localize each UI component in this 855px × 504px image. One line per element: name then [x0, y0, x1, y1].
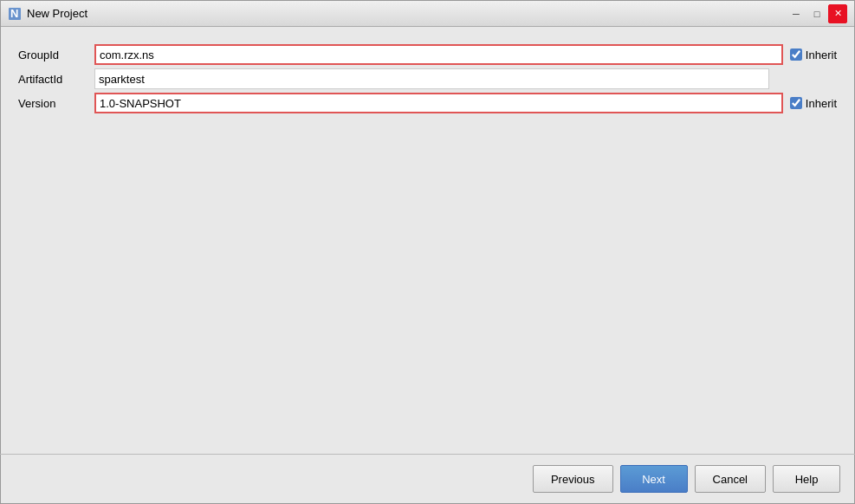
window-icon: N	[8, 7, 22, 21]
group-id-inherit: Inherit	[790, 48, 837, 61]
group-id-inherit-label: Inherit	[806, 48, 837, 61]
group-id-inherit-checkbox[interactable]	[790, 48, 802, 61]
help-button[interactable]: Help	[773, 465, 840, 493]
group-id-label: GroupId	[18, 48, 87, 61]
svg-text:N: N	[10, 7, 18, 20]
next-button[interactable]: Next	[620, 465, 688, 493]
artifact-id-input[interactable]	[94, 68, 769, 89]
version-label: Version	[18, 97, 87, 110]
version-input[interactable]	[94, 93, 783, 113]
group-id-input[interactable]	[94, 44, 783, 65]
footer: Previous Next Cancel Help	[1, 455, 854, 503]
artifact-id-row: ArtifactId	[18, 68, 837, 89]
close-button[interactable]: ✕	[828, 4, 847, 23]
artifact-id-label: ArtifactId	[18, 73, 87, 86]
group-id-row: GroupId Inherit	[18, 44, 837, 65]
content-area: GroupId Inherit ArtifactId Version Inher…	[1, 27, 854, 454]
window-title: New Project	[27, 7, 787, 20]
minimize-button[interactable]: ─	[787, 4, 806, 23]
cancel-button[interactable]: Cancel	[695, 465, 766, 493]
window-controls: ─ □ ✕	[787, 4, 847, 23]
dialog-window: N New Project ─ □ ✕ GroupId Inherit Arti…	[0, 0, 855, 504]
version-inherit: Inherit	[790, 97, 837, 110]
previous-button[interactable]: Previous	[533, 465, 613, 493]
version-inherit-label: Inherit	[806, 97, 837, 110]
title-bar: N New Project ─ □ ✕	[1, 1, 854, 27]
version-row: Version Inherit	[18, 93, 837, 113]
content-spacer	[18, 117, 837, 436]
version-inherit-checkbox[interactable]	[790, 97, 802, 109]
maximize-button[interactable]: □	[807, 4, 826, 23]
